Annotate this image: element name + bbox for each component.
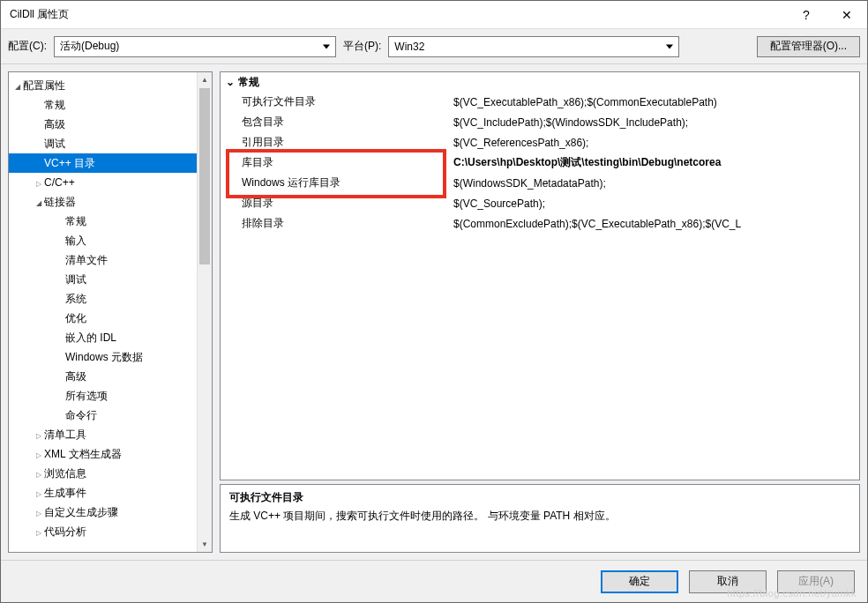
property-row[interactable]: 库目录C:\Users\hp\Desktop\测试\testing\bin\De… <box>221 153 859 173</box>
tree-item[interactable]: 所有选项 <box>9 386 212 406</box>
property-value[interactable]: $(WindowsSDK_MetadataPath); <box>450 177 859 190</box>
tree-item[interactable]: 优化 <box>9 309 212 328</box>
description-body: 生成 VC++ 项目期间，搜索可执行文件时使用的路径。 与环境变量 PATH 相… <box>229 509 850 524</box>
property-key: 可执行文件目录 <box>221 94 450 109</box>
right-panel: 常规 可执行文件目录$(VC_ExecutablePath_x86);$(Com… <box>220 71 860 553</box>
ok-button[interactable]: 确定 <box>601 570 678 593</box>
tree-highlight-box <box>9 545 194 553</box>
property-key: 源目录 <box>221 196 450 211</box>
tree-item-label: C/C++ <box>44 176 75 189</box>
tree-item-label: 系统 <box>65 292 86 307</box>
description-panel: 可执行文件目录 生成 VC++ 项目期间，搜索可执行文件时使用的路径。 与环境变… <box>220 484 860 553</box>
expand-icon[interactable] <box>34 525 44 538</box>
cancel-button[interactable]: 取消 <box>689 570 767 593</box>
dialog-footer: 确定 取消 应用(A) https://blog.csdn.net/yumkk <box>1 560 867 602</box>
help-button[interactable]: ? <box>786 1 827 29</box>
tree-item[interactable]: 常规 <box>9 95 212 115</box>
property-row[interactable]: Windows 运行库目录$(WindowsSDK_MetadataPath); <box>221 173 859 193</box>
expand-icon[interactable] <box>34 448 44 460</box>
tree-item[interactable]: 嵌入的 IDL <box>9 328 212 347</box>
tree-item[interactable]: 调试 <box>9 270 212 289</box>
property-key: 排除目录 <box>221 216 450 231</box>
property-page-dialog: CilDll 属性页 ? ✕ 配置(C): 活动(Debug) 平台(P): W… <box>0 0 868 603</box>
collapse-icon[interactable] <box>34 196 44 208</box>
property-value[interactable]: $(VC_ReferencesPath_x86); <box>450 137 859 149</box>
scroll-thumb[interactable] <box>199 88 210 264</box>
platform-combo[interactable]: Win32 <box>388 36 679 57</box>
scroll-down-icon[interactable]: ▼ <box>198 537 212 552</box>
property-value[interactable]: $(VC_IncludePath);$(WindowsSDK_IncludePa… <box>450 116 859 129</box>
tree-item[interactable]: 生成事件 <box>9 483 212 502</box>
tree-item[interactable]: 浏览信息 <box>9 464 212 483</box>
tree-item[interactable]: 高级 <box>9 115 212 134</box>
property-row[interactable]: 引用目录$(VC_ReferencesPath_x86); <box>221 132 859 153</box>
expand-icon[interactable] <box>12 79 23 92</box>
description-title: 可执行文件目录 <box>229 490 850 505</box>
tree-item[interactable]: XML 文档生成器 <box>9 444 212 464</box>
property-key: 包含目录 <box>221 115 450 130</box>
window-title: CilDll 属性页 <box>10 7 786 22</box>
tree-item[interactable]: 系统 <box>9 289 212 309</box>
main-area: 配置属性常规高级调试VC++ 目录C/C++链接器常规输入清单文件调试系统优化嵌… <box>1 64 867 560</box>
property-key: Windows 运行库目录 <box>221 175 450 190</box>
tree-item-label: 链接器 <box>44 195 76 210</box>
tree-item[interactable]: 清单工具 <box>9 425 212 444</box>
tree-item-label: 高级 <box>65 369 86 384</box>
tree-item-label: 命令行 <box>65 408 97 423</box>
tree-item[interactable]: 输入 <box>9 231 212 250</box>
tree-item[interactable]: C/C++ <box>9 173 212 192</box>
titlebar: CilDll 属性页 ? ✕ <box>1 1 867 29</box>
tree-item[interactable]: 自定义生成步骤 <box>9 502 212 522</box>
tree-item[interactable]: 链接器 <box>9 192 212 212</box>
close-button[interactable]: ✕ <box>827 1 867 29</box>
tree-item-label: 清单文件 <box>65 253 108 268</box>
category-tree[interactable]: 配置属性常规高级调试VC++ 目录C/C++链接器常规输入清单文件调试系统优化嵌… <box>9 72 212 545</box>
tree-item-label: 高级 <box>44 117 65 132</box>
tree-item[interactable]: 命令行 <box>9 406 212 425</box>
scroll-up-icon[interactable]: ▲ <box>198 72 212 87</box>
tree-item-label: 常规 <box>65 214 86 229</box>
property-row[interactable]: 可执行文件目录$(VC_ExecutablePath_x86);$(Common… <box>221 92 859 112</box>
category-tree-panel: 配置属性常规高级调试VC++ 目录C/C++链接器常规输入清单文件调试系统优化嵌… <box>8 71 213 553</box>
tree-item[interactable]: VC++ 目录 <box>9 153 212 173</box>
group-header[interactable]: 常规 <box>221 72 859 92</box>
config-manager-button[interactable]: 配置管理器(O)... <box>757 36 860 57</box>
property-row[interactable]: 包含目录$(VC_IncludePath);$(WindowsSDK_Inclu… <box>221 112 859 132</box>
apply-button[interactable]: 应用(A) <box>777 570 855 593</box>
tree-item[interactable]: 清单文件 <box>9 250 212 270</box>
tree-item-label: VC++ 目录 <box>44 156 95 171</box>
expand-icon[interactable] <box>226 76 238 88</box>
tree-item[interactable]: 高级 <box>9 367 212 386</box>
property-value[interactable]: $(CommonExcludePath);$(VC_ExecutablePath… <box>450 218 859 230</box>
property-value[interactable]: $(VC_ExecutablePath_x86);$(CommonExecuta… <box>450 96 859 108</box>
tree-item-label: XML 文档生成器 <box>44 447 122 462</box>
group-label: 常规 <box>238 75 259 90</box>
tree-item[interactable]: 调试 <box>9 134 212 153</box>
tree-item[interactable]: 常规 <box>9 212 212 231</box>
property-row[interactable]: 源目录$(VC_SourcePath); <box>221 193 859 213</box>
platform-label: 平台(P): <box>343 39 381 54</box>
expand-icon[interactable] <box>34 506 44 518</box>
property-key: 库目录 <box>221 155 450 170</box>
tree-item-label: 优化 <box>65 311 86 326</box>
config-label: 配置(C): <box>8 39 47 54</box>
config-combo[interactable]: 活动(Debug) <box>54 36 336 57</box>
config-value: 活动(Debug) <box>60 39 119 54</box>
tree-scrollbar[interactable]: ▲ ▼ <box>197 72 212 552</box>
property-grid[interactable]: 常规 可执行文件目录$(VC_ExecutablePath_x86);$(Com… <box>220 71 860 480</box>
property-row[interactable]: 排除目录$(CommonExcludePath);$(VC_Executable… <box>221 213 859 234</box>
tree-item-label: 清单工具 <box>44 428 86 443</box>
tree-root[interactable]: 配置属性 <box>9 76 212 95</box>
tree-root-label: 配置属性 <box>23 78 65 93</box>
platform-value: Win32 <box>394 41 424 53</box>
property-value[interactable]: $(VC_SourcePath); <box>450 197 859 210</box>
tree-item[interactable]: 代码分析 <box>9 522 212 541</box>
tree-item[interactable]: Windows 元数据 <box>9 347 212 367</box>
expand-icon[interactable] <box>34 176 44 189</box>
property-value[interactable]: C:\Users\hp\Desktop\测试\testing\bin\Debug… <box>450 155 859 170</box>
expand-icon[interactable] <box>34 428 44 441</box>
expand-icon[interactable] <box>34 487 44 499</box>
expand-icon[interactable] <box>34 467 44 480</box>
tree-item-label: Windows 元数据 <box>65 350 143 365</box>
config-platform-bar: 配置(C): 活动(Debug) 平台(P): Win32 配置管理器(O)..… <box>1 29 867 64</box>
